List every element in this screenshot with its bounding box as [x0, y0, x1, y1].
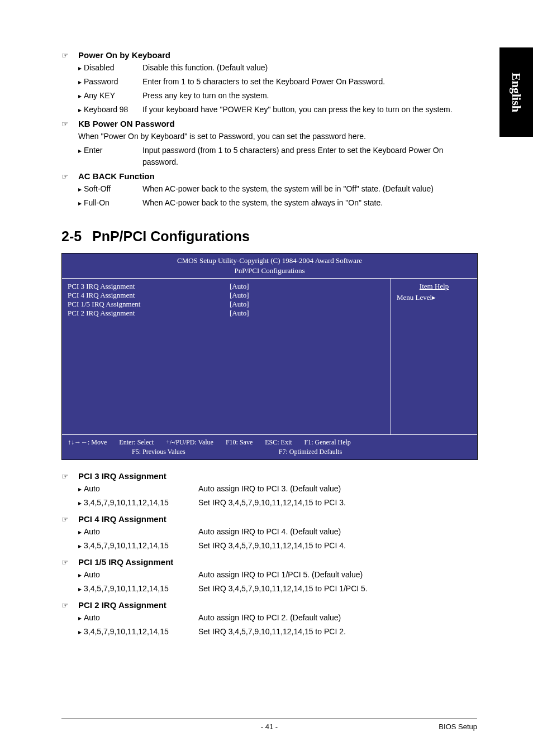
item-title: Power On by Keyboard	[78, 50, 170, 60]
option-desc: Auto assign IRQ to PCI 2. (Default value…	[198, 612, 341, 624]
pointer-icon: ☞	[61, 515, 78, 524]
option-label: Disabled	[84, 62, 114, 74]
item-title: KB Power ON Password	[78, 119, 175, 128]
bios-header: CMOS Setup Utility-Copyright (C) 1984-20…	[62, 253, 477, 278]
option-label: Enter	[84, 145, 102, 156]
option-label: 3,4,5,7,9,10,11,12,14,15	[84, 583, 169, 595]
pointer-icon: ☞	[61, 558, 78, 567]
option-label: Soft-Off	[84, 183, 111, 195]
option-label: Any KEY	[84, 90, 115, 102]
pointer-icon: ☞	[61, 172, 78, 181]
bullet-icon: ▸	[78, 77, 82, 87]
bios-setting-value: [Auto]	[230, 282, 249, 291]
option-label: 3,4,5,7,9,10,11,12,14,15	[84, 497, 169, 509]
bullet-icon: ▸	[78, 146, 82, 156]
bios-setting-value: [Auto]	[230, 291, 249, 300]
pci4-irq-block: ☞PCI 4 IRQ Assignment ▸AutoAuto assign I…	[61, 514, 478, 552]
option-desc: Disable this function. (Default value)	[142, 62, 478, 74]
option-desc: Set IRQ 3,4,5,7,9,10,11,12,14,15 to PCI …	[198, 583, 368, 595]
option-row: ▸Any KEY Press any key to turn on the sy…	[78, 90, 478, 102]
option-desc: Enter from 1 to 5 characters to set the …	[142, 76, 478, 88]
bullet-icon: ▸	[78, 105, 82, 115]
bullet-icon: ▸	[78, 613, 82, 623]
language-tab: English	[499, 47, 533, 137]
bullet-icon: ▸	[78, 91, 82, 101]
option-row: ▸Keyboard 98 If your keyboard have "POWE…	[78, 104, 478, 116]
bullet-icon: ▸	[78, 484, 82, 494]
bios-key-esc: ESC: Exit	[265, 438, 292, 447]
option-desc: When AC-power back to the system, the sy…	[142, 183, 478, 195]
bullet-icon: ▸	[78, 570, 82, 580]
item-title: PCI 2 IRQ Assignment	[78, 600, 166, 610]
option-desc: Set IRQ 3,4,5,7,9,10,11,12,14,15 to PCI …	[198, 497, 346, 509]
bullet-icon: ▸	[78, 63, 82, 73]
bios-key-move: ↑↓→←: Move	[68, 438, 107, 447]
option-desc: Auto assign IRQ to PCI 4. (Default value…	[198, 526, 341, 538]
page-content: ☞ Power On by Keyboard ▸Disabled Disable…	[61, 50, 478, 638]
option-label: Auto	[84, 569, 100, 581]
bios-header-line1: CMOS Setup Utility-Copyright (C) 1984-20…	[62, 256, 477, 266]
page-number: - 41 -	[261, 722, 278, 731]
bios-setting-label: PCI 4 IRQ Assignment	[68, 291, 230, 300]
bios-screen: CMOS Setup Utility-Copyright (C) 1984-20…	[61, 253, 478, 460]
option-desc: Auto assign IRQ to PCI 3. (Default value…	[198, 483, 341, 495]
option-label: Full-On	[84, 197, 110, 209]
option-label: Keyboard 98	[84, 104, 128, 116]
arrow-icon: ▸	[432, 293, 436, 302]
option-row: ▸Enter Input password (from 1 to 5 chara…	[78, 145, 478, 168]
bios-setting-value: [Auto]	[230, 300, 249, 309]
bios-key-f5: F5: Previous Values	[132, 448, 185, 456]
item-title: PCI 1/5 IRQ Assignment	[78, 557, 173, 567]
option-row: ▸Soft-Off When AC-power back to the syst…	[78, 183, 478, 195]
option-row: ▸Password Enter from 1 to 5 characters t…	[78, 76, 478, 88]
item-title: PCI 3 IRQ Assignment	[78, 471, 166, 481]
option-label: 3,4,5,7,9,10,11,12,14,15	[84, 540, 169, 552]
option-label: Auto	[84, 483, 100, 495]
pointer-icon: ☞	[61, 601, 78, 610]
bios-setting-label: PCI 3 IRQ Assignment	[68, 282, 230, 291]
option-desc: Set IRQ 3,4,5,7,9,10,11,12,14,15 to PCI …	[198, 626, 346, 638]
item-ac-back: ☞ AC BACK Function ▸Soft-Off When AC-pow…	[61, 171, 478, 209]
bios-help-panel: Item Help Menu Level▸	[391, 278, 477, 434]
option-desc: Set IRQ 3,4,5,7,9,10,11,12,14,15 to PCI …	[198, 540, 346, 552]
bullet-icon: ▸	[78, 541, 82, 551]
pointer-icon: ☞	[61, 51, 78, 60]
bullet-icon: ▸	[78, 184, 82, 194]
option-label: Auto	[84, 526, 100, 538]
bios-key-f7: F7: Optimized Defaults	[279, 448, 342, 456]
bios-footer: ↑↓→←: Move Enter: Select +/-/PU/PD: Valu…	[62, 434, 477, 460]
option-label: Auto	[84, 612, 100, 624]
bios-setting-label: PCI 2 IRQ Assignment	[68, 309, 230, 318]
bios-setting-label: PCI 1/5 IRQ Assignment	[68, 300, 230, 309]
bios-key-f10: F10: Save	[226, 438, 253, 447]
option-desc: If your keyboard have "POWER Key" button…	[142, 104, 478, 116]
item-title: PCI 4 IRQ Assignment	[78, 514, 166, 524]
option-desc: Press any key to turn on the system.	[142, 90, 478, 102]
option-desc: Input password (from 1 to 5 characters) …	[142, 145, 478, 168]
bios-setting-value: [Auto]	[230, 309, 249, 318]
bullet-icon: ▸	[78, 498, 82, 508]
option-row: ▸Disabled Disable this function. (Defaul…	[78, 62, 478, 74]
item-kb-power-password: ☞ KB Power ON Password When "Power On by…	[61, 119, 478, 168]
item-title: AC BACK Function	[78, 171, 155, 181]
option-row: ▸Full-On When AC-power back to the syste…	[78, 197, 478, 209]
bullet-icon: ▸	[78, 584, 82, 594]
pointer-icon: ☞	[61, 472, 78, 481]
bios-settings-panel: PCI 3 IRQ Assignment[Auto] PCI 4 IRQ Ass…	[62, 278, 391, 434]
bios-header-line2: PnP/PCI Configurations	[62, 266, 477, 276]
option-desc: Auto assign IRQ to PCI 1/PCI 5. (Default…	[198, 569, 363, 581]
bullet-icon: ▸	[78, 527, 82, 537]
bullet-icon: ▸	[78, 198, 82, 208]
bullet-icon: ▸	[78, 627, 82, 637]
bios-menu-level: Menu Level	[397, 293, 432, 302]
bios-key-f1: F1: General Help	[304, 438, 351, 447]
section-number: 2-5	[61, 228, 92, 245]
bios-help-title: Item Help	[397, 282, 472, 291]
item-note: When "Power On by Keyboard" is set to Pa…	[78, 131, 478, 142]
item-power-on-keyboard: ☞ Power On by Keyboard ▸Disabled Disable…	[61, 50, 478, 116]
option-desc: When AC-power back to the system, the sy…	[142, 197, 478, 209]
section-heading: 2-5PnP/PCI Configurations	[61, 228, 478, 245]
pci2-irq-block: ☞PCI 2 IRQ Assignment ▸AutoAuto assign I…	[61, 600, 478, 638]
option-label: Password	[84, 76, 118, 88]
bios-key-enter: Enter: Select	[119, 438, 154, 447]
